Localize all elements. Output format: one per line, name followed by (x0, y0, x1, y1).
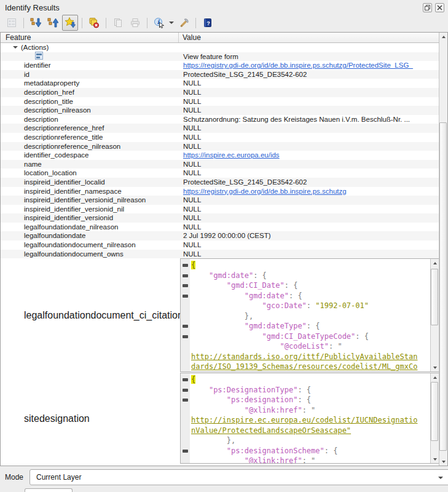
collapse-tree-button[interactable] (45, 15, 61, 31)
json-url-link[interactable]: http://inspire.ec.europa.eu/codelist/IUC… (191, 416, 417, 424)
feature-name: inspireid_identifier_versionid (1, 213, 180, 223)
fold-minus-icon[interactable] (183, 284, 188, 287)
open-form-button[interactable] (4, 15, 20, 31)
feature-value: Schutzanordnung: Satzung des Kreistages … (180, 115, 440, 124)
json-viewer[interactable]: { "ps:DesignationType": { "ps:designatio… (180, 373, 439, 464)
tree-row[interactable]: inspireid_identifier_namespacehttps://re… (1, 187, 440, 196)
scrollbar-up-arrow[interactable] (431, 259, 439, 267)
tree-row[interactable]: inspireid_identifier_versionidNULL (1, 213, 440, 223)
close-button[interactable] (435, 3, 444, 12)
print-button[interactable] (127, 15, 143, 31)
tree-vertical-scrollbar[interactable] (439, 33, 447, 466)
mode-select[interactable]: Current Layer (29, 469, 448, 485)
json-code[interactable]: { "ps:DesignationType": { "ps:designatio… (190, 373, 430, 463)
fold-minus-icon[interactable] (183, 335, 188, 338)
scrollbar-thumb[interactable] (439, 122, 447, 451)
scrollbar-up-arrow[interactable] (439, 33, 447, 41)
tree-row-actions-group[interactable]: (Actions) (1, 43, 440, 52)
tree-row[interactable]: descriptionreference_hrefNULL (1, 124, 440, 133)
fold-minus-icon[interactable] (183, 295, 188, 298)
tree-row[interactable]: inspireid_identifier_versionid_nilreason… (1, 196, 440, 205)
json-vertical-scrollbar[interactable] (430, 373, 439, 463)
scrollbar-down-arrow[interactable] (439, 458, 447, 466)
identify-mode-button[interactable]: i (151, 15, 167, 31)
fold-minus-icon[interactable] (183, 378, 188, 381)
tree-row[interactable]: identifierhttps://registry.gdi-de.org/id… (1, 61, 440, 70)
json-code[interactable]: { "gmd:date": { "gmd:CI_Date": { "gmd:da… (190, 259, 430, 371)
help-button[interactable]: ? (200, 15, 216, 31)
value-link[interactable]: https://inspire.ec.europa.eu/ids (183, 151, 280, 159)
form-icon (7, 18, 17, 28)
tree-row[interactable]: location_locationNULL (1, 169, 440, 178)
feature-name: sitedesignation (1, 373, 180, 464)
tree-row[interactable]: descriptionreference_titleNULL (1, 133, 440, 142)
feature-name: name (1, 160, 180, 169)
tree-row[interactable]: descriptionreference_nilreasonNULL (1, 142, 440, 151)
tree-row[interactable]: descriptionSchutzanordnung: Satzung des … (1, 115, 440, 124)
tree-row[interactable]: idProtectedSite_LSG_2145_DE3542-602 (1, 70, 440, 79)
tree-row[interactable]: description_nilreasonNULL (1, 106, 440, 115)
feature-name: descriptionreference_title (1, 133, 180, 142)
tree-row[interactable]: metadatapropertyNULL (1, 79, 440, 88)
expand-new-results-button[interactable] (62, 15, 78, 31)
column-header-feature[interactable]: Feature (1, 33, 179, 42)
tree-row[interactable]: description_hrefNULL (1, 88, 440, 97)
view-feature-form-icon[interactable] (35, 52, 43, 60)
view-select-partial[interactable] (25, 488, 73, 492)
json-viewer[interactable]: { "gmd:date": { "gmd:CI_Date": { "gmd:da… (180, 258, 439, 372)
identify-mode-dropdown[interactable] (168, 15, 175, 30)
mode-row: Mode Current Layer (0, 469, 448, 486)
fold-minus-icon[interactable] (183, 389, 188, 392)
code-line: "ps:designation": { (191, 395, 430, 405)
tree-row[interactable]: nameNULL (1, 160, 440, 169)
expand-tree-icon (30, 17, 41, 28)
tree-row[interactable]: legalfoundationdate2 Jul 1992 00:00:00 (… (1, 231, 440, 240)
gutter-cell (181, 311, 190, 322)
tree-row-view-feature-form[interactable]: View feature form (1, 52, 440, 62)
column-header-value[interactable]: Value (179, 33, 440, 42)
fold-minus-icon[interactable] (183, 264, 188, 267)
gutter-cell (181, 446, 190, 456)
tree-row[interactable]: inspireid_identifier_versionid_nilNULL (1, 205, 440, 214)
tree-row[interactable]: legalfoundationdocument_nilreasonNULL (1, 240, 440, 250)
fold-minus-icon[interactable] (183, 450, 188, 453)
feature-value: NULL (180, 205, 440, 214)
tree-row[interactable]: legalfoundationdate_nilreasonNULL (1, 223, 440, 232)
scrollbar-up-arrow[interactable] (431, 373, 439, 381)
json-url-link[interactable]: dards/ISO_19139_Schemas/resources/codeli… (191, 362, 417, 371)
float-button[interactable] (423, 3, 432, 12)
json-vertical-scrollbar[interactable] (430, 259, 439, 371)
value-link[interactable]: https://registry.gdi-de.org/id/de.bb.ins… (183, 62, 413, 69)
tree-row[interactable]: description_titleNULL (1, 97, 440, 106)
json-url-link[interactable]: http://standards.iso.org/ittf/PubliclyAv… (191, 352, 417, 361)
scrollbar-thumb[interactable] (431, 269, 438, 325)
scrollbar-down-arrow[interactable] (431, 363, 439, 371)
fold-minus-icon[interactable] (183, 325, 188, 328)
expand-tree-button[interactable] (28, 15, 44, 31)
settings-button[interactable] (176, 15, 192, 31)
feature-value: NULL (180, 223, 440, 232)
fold-minus-icon[interactable] (183, 399, 188, 402)
toolbar-separator (82, 18, 82, 28)
feature-name: location_location (1, 169, 180, 178)
feature-name: identifier_codespace (1, 151, 180, 160)
help-icon: ? (203, 18, 213, 28)
tree-row[interactable]: inspireid_identifier_localidProtectedSit… (1, 178, 440, 187)
panel-titlebar: Identify Results (0, 0, 448, 14)
feature-name: legalfoundationdocument_owns (1, 250, 180, 259)
action-cell[interactable] (1, 52, 180, 62)
json-url-link[interactable]: nValue/ProtectedLandscapeOrSeascape" (191, 426, 351, 435)
code-line: }, (191, 435, 430, 446)
collapse-triangle-icon[interactable] (13, 46, 18, 49)
tree-row[interactable]: identifier_codespacehttps://inspire.ec.e… (1, 151, 440, 160)
tree-body: (Actions)View feature formidentifierhttp… (1, 43, 440, 466)
fold-minus-icon[interactable] (183, 274, 188, 277)
clear-results-button[interactable] (86, 15, 102, 31)
value-link[interactable]: https://registry.gdi-de.org/id/de.bb.ins… (183, 188, 347, 195)
copy-button[interactable] (110, 15, 126, 31)
scrollbar-down-arrow[interactable] (431, 455, 439, 463)
tree-row[interactable]: legalfoundationdocument_ownsNULL (1, 250, 440, 259)
code-line: "gmd:CI_DateTypeCode": { (191, 331, 430, 342)
scrollbar-thumb[interactable] (431, 382, 438, 441)
mode-label: Mode (5, 473, 23, 482)
